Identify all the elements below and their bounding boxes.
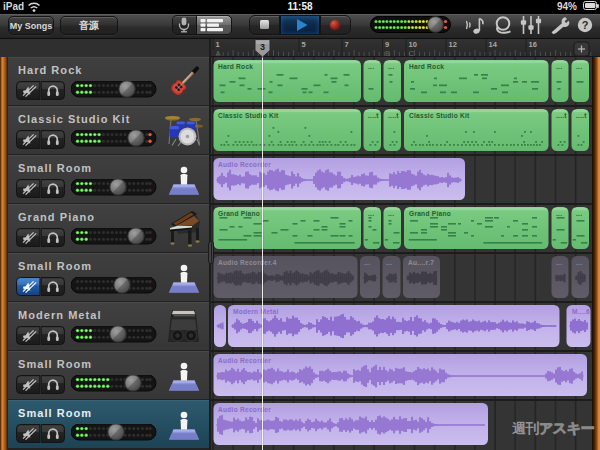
svg-text:3: 3 <box>260 42 265 52</box>
